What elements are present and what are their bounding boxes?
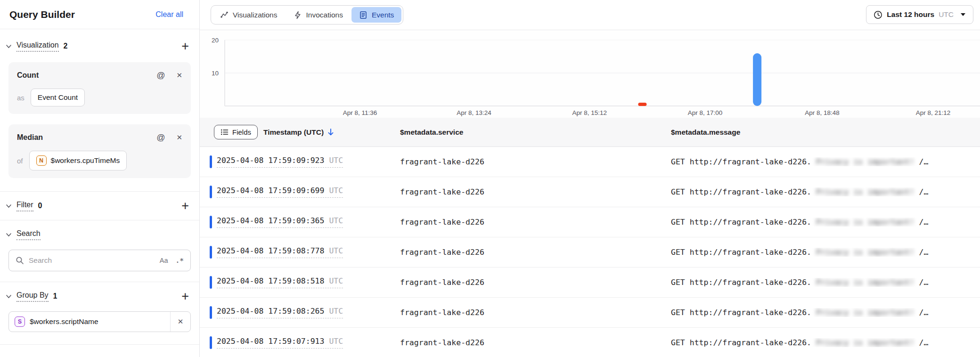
sort-desc-arrow-icon [327,128,335,136]
tab-visualizations[interactable]: Visualizations [212,7,285,23]
query-builder-app: Query Builder Clear all Visualization 2 … [0,0,980,357]
card-prefix: of [17,157,23,165]
chevron-down-icon[interactable] [5,203,12,210]
row-indicator [210,246,212,259]
group-by-section-label[interactable]: Group By [16,291,49,302]
service-cell: fragrant-lake-d226 [400,278,671,287]
sidebar-header: Query Builder Clear all [0,0,199,29]
redacted-text: Privacy is important! [816,248,915,257]
card-title: Median [17,133,43,142]
section-divider [0,282,199,282]
view-tab-group: Visualizations Invocations Events [211,5,403,24]
field-value-box[interactable]: N $workers.cpuTimeMs [29,151,127,170]
visualization-section-header: Visualization 2 + [0,39,199,54]
timestamp-link[interactable]: 2025-04-08 17:59:09:923 UTC [217,156,343,168]
utc-label: UTC [329,186,343,195]
clock-icon [874,10,882,19]
fields-button-label: Fields [232,128,251,136]
page-title: Query Builder [9,9,75,20]
section-divider [0,191,199,192]
time-range-label: Last 12 hours [887,10,934,19]
card-prefix: as [17,94,24,102]
time-range-dropdown[interactable]: Last 12 hours UTC [866,5,973,24]
query-builder-sidebar: Query Builder Clear all Visualization 2 … [0,0,200,357]
table-row[interactable]: 2025-04-08 17:59:09:923 UTC fragrant-lak… [200,147,980,177]
message-cell: GET http://fragrant-lake-d226. Privacy i… [671,338,980,347]
remove-group-by-button[interactable]: ✕ [171,312,190,332]
service-cell: fragrant-lake-d226 [400,248,671,257]
table-row[interactable]: 2025-04-08 17:59:08:265 UTC fragrant-lak… [200,298,980,328]
column-header-timestamp[interactable]: Timestamp (UTC) [263,128,335,137]
close-icon[interactable]: ✕ [176,133,182,142]
y-axis-tick-label: 10 [212,70,219,77]
clear-all-button[interactable]: Clear all [155,10,183,19]
fields-button[interactable]: Fields [214,125,258,139]
table-header: Fields Timestamp (UTC) $metadata.service… [200,118,980,147]
chart-canvas: 1020Apr 8, 11:36Apr 8, 13:24Apr 8, 15:12… [200,30,980,118]
timestamp-link[interactable]: 2025-04-08 17:59:08:265 UTC [217,307,343,318]
service-cell: fragrant-lake-d226 [400,218,671,227]
add-visualization-button[interactable]: + [181,41,189,51]
table-row[interactable]: 2025-04-08 17:59:08:518 UTC fragrant-lak… [200,268,980,298]
timestamp-link[interactable]: 2025-04-08 17:59:07:913 UTC [217,337,343,349]
alias-value-box[interactable]: Event Count [31,89,85,106]
alias-icon[interactable]: @ [156,133,165,143]
number-type-badge: N [36,155,47,166]
group-by-section-header: Group By 1 + [0,289,199,304]
utc-label: UTC [329,156,343,165]
row-indicator [210,336,212,349]
x-axis-tick-label: Apr 8, 18:48 [805,109,840,116]
table-row[interactable]: 2025-04-08 17:59:09:365 UTC fragrant-lak… [200,207,980,237]
alias-icon[interactable]: @ [156,71,165,81]
add-group-by-button[interactable]: + [181,292,189,301]
row-indicator [210,216,212,228]
chevron-down-icon[interactable] [5,231,12,238]
tab-invocations[interactable]: Invocations [286,7,351,23]
group-by-chip[interactable]: S $workers.scriptName ✕ [8,311,191,332]
message-cell: GET http://fragrant-lake-d226. Privacy i… [671,308,980,317]
message-cell: GET http://fragrant-lake-d226. Privacy i… [671,187,980,196]
string-type-badge: S [15,316,25,327]
case-sensitive-icon[interactable]: Aa [160,257,168,264]
chevron-down-icon[interactable] [5,293,12,300]
tab-label: Visualizations [233,11,278,19]
filter-section-header: Filter 0 + [0,198,199,213]
tab-label: Invocations [306,11,343,19]
redacted-text: Privacy is important! [816,338,915,347]
card-title: Count [17,71,39,80]
regex-icon[interactable]: .* [176,257,184,264]
search-section-label[interactable]: Search [16,229,41,240]
group-by-count: 1 [53,292,57,300]
close-icon[interactable]: ✕ [176,71,182,80]
timestamp-link[interactable]: 2025-04-08 17:59:08:518 UTC [217,276,343,288]
chart-line-icon [220,11,229,19]
timestamp-link[interactable]: 2025-04-08 17:59:08:778 UTC [217,246,343,258]
table-row[interactable]: 2025-04-08 17:59:08:778 UTC fragrant-lak… [200,237,980,268]
visualization-card-median: Median @ ✕ of N $workers.cpuTimeMs [8,124,191,178]
filter-section-label[interactable]: Filter [16,201,33,211]
search-input[interactable] [29,256,160,265]
x-axis-tick-label: Apr 8, 15:12 [572,109,607,116]
timestamp-link[interactable]: 2025-04-08 17:59:09:365 UTC [217,216,343,228]
search-icon [16,256,24,265]
column-header-message: $metadata.message [671,128,980,137]
tab-events[interactable]: Events [351,7,401,23]
utc-label: UTC [329,276,343,285]
visualization-count: 2 [64,42,68,50]
chevron-down-icon[interactable] [5,43,12,50]
table-row[interactable]: 2025-04-08 17:59:09:699 UTC fragrant-lak… [200,177,980,207]
chart-bar[interactable] [753,53,761,106]
message-cell: GET http://fragrant-lake-d226. Privacy i… [671,278,980,287]
column-header-service: $metadata.service [400,128,671,137]
list-fields-icon [220,129,229,136]
utc-label: UTC [329,216,343,225]
chart-bar[interactable] [638,103,646,106]
section-divider [0,344,199,345]
filter-count: 0 [38,202,42,210]
timestamp-link[interactable]: 2025-04-08 17:59:09:699 UTC [217,186,343,198]
row-indicator [210,186,212,198]
visualization-section-label[interactable]: Visualization [16,41,59,52]
events-log-icon [359,11,368,19]
table-row[interactable]: 2025-04-08 17:59:07:913 UTC fragrant-lak… [200,328,980,357]
add-filter-button[interactable]: + [181,201,189,211]
